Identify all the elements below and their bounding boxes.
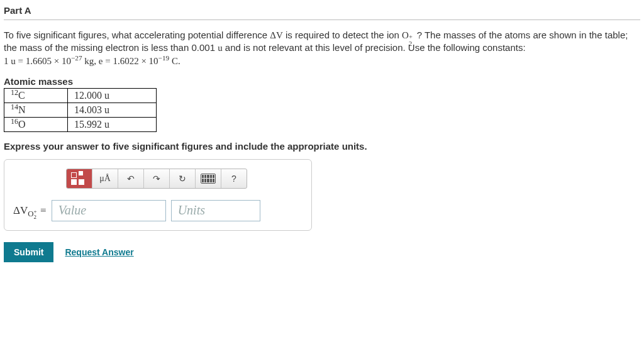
table-row: 14N 14.003 u — [4, 103, 157, 117]
delta-v-symbol: ΔV — [270, 30, 282, 40]
answer-toolbar: μÅ ↶ ↷ ↻ ? — [66, 169, 247, 189]
keyboard-button[interactable] — [196, 169, 221, 188]
ion-symbol: O+2 — [402, 30, 417, 40]
reset-icon: ↻ — [179, 174, 186, 184]
value-input[interactable]: Value — [52, 200, 166, 221]
template-button[interactable] — [67, 169, 92, 188]
redo-button[interactable]: ↷ — [144, 169, 170, 188]
keyboard-icon — [201, 174, 216, 184]
undo-icon: ↶ — [127, 174, 135, 184]
part-header: Part A — [4, 0, 640, 20]
answer-panel: μÅ ↶ ↷ ↻ ? ΔVO+2 = Value Units — [4, 159, 312, 231]
submit-row: Submit Request Answer — [4, 242, 640, 262]
undo-button[interactable]: ↶ — [118, 169, 144, 188]
instruction-text: Express your answer to five significant … — [4, 141, 640, 152]
submit-button[interactable]: Submit — [4, 242, 53, 262]
question-text: To five significant figures, what accele… — [4, 29, 640, 67]
table-title: Atomic masses — [4, 76, 640, 87]
table-row: 16O 15.992 u — [4, 117, 157, 131]
help-button[interactable]: ? — [221, 169, 247, 188]
constants: 1 u = 1.6605 × 10−27 kg, e = 1.6022 × 10… — [4, 56, 180, 66]
table-row: 12C 12.000 u — [4, 88, 157, 103]
unit-u: u — [218, 43, 223, 53]
variable-label: ΔVO+2 = — [13, 204, 47, 217]
answer-row: ΔVO+2 = Value Units — [13, 200, 303, 221]
q-text: and is not relevant at this level of pre… — [225, 42, 526, 53]
help-icon: ? — [231, 174, 236, 184]
atomic-masses-table: 12C 12.000 u 14N 14.003 u 16O 15.992 u — [4, 88, 157, 132]
redo-icon: ↷ — [153, 174, 160, 184]
units-input[interactable]: Units — [171, 200, 260, 221]
request-answer-link[interactable]: Request Answer — [65, 247, 133, 257]
q-text: To five significant figures, what accele… — [4, 30, 270, 40]
units-button[interactable]: μÅ — [92, 169, 118, 188]
q-text: is required to detect the ion — [286, 30, 402, 40]
reset-button[interactable]: ↻ — [170, 169, 196, 188]
